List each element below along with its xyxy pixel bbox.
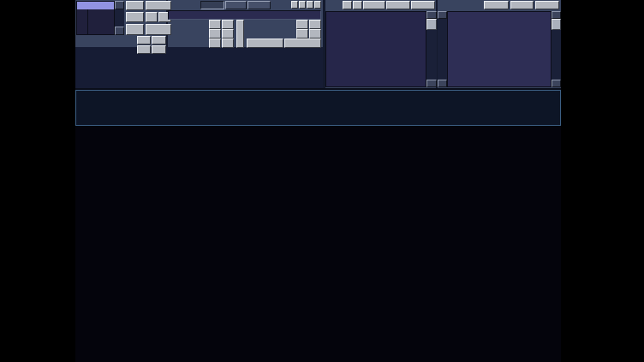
- repeat-plus-button[interactable]: [137, 45, 151, 54]
- scroll-down-icon[interactable]: [115, 27, 124, 35]
- sample-load-button[interactable]: [510, 1, 534, 9]
- order-ins-button[interactable]: [146, 1, 171, 10]
- title-mini-button-f[interactable]: [291, 1, 298, 9]
- pattern-editor: [75, 126, 561, 362]
- order-del-button[interactable]: [146, 24, 171, 35]
- tab-peak[interactable]: [247, 1, 271, 9]
- scroll-thumb[interactable]: [426, 19, 437, 30]
- scopes-panel: [75, 90, 561, 126]
- sample-list[interactable]: [447, 11, 552, 87]
- title-mini-button-h[interactable]: [307, 1, 313, 9]
- order-scrollbar[interactable]: [115, 1, 124, 35]
- scroll-up-icon[interactable]: [552, 11, 561, 19]
- add-plus-button[interactable]: [209, 39, 221, 48]
- bpm-minus-button[interactable]: [222, 20, 234, 29]
- len-plus-button[interactable]: [296, 29, 308, 39]
- patn-minus-button[interactable]: [309, 20, 321, 29]
- menu-background: [75, 47, 323, 88]
- instrument-scrollbar[interactable]: [426, 11, 437, 87]
- instrument-load-button[interactable]: [386, 1, 410, 9]
- instrument-plus-button[interactable]: [343, 1, 352, 9]
- scroll-up-icon[interactable]: [438, 11, 447, 19]
- title-mini-button-l[interactable]: [314, 1, 321, 9]
- tracker-window: [75, 0, 561, 362]
- scroll-down-icon[interactable]: [426, 80, 437, 87]
- top-section: [75, 0, 561, 88]
- song-title-input[interactable]: [168, 10, 321, 20]
- repeat-minus-button[interactable]: [152, 45, 166, 54]
- sample-save-button[interactable]: [535, 1, 559, 9]
- order-cln-button[interactable]: [126, 24, 144, 35]
- spd-plus-button[interactable]: [209, 29, 221, 39]
- instrument-zap-button[interactable]: [363, 1, 385, 9]
- bpm-plus-button[interactable]: [209, 20, 221, 29]
- length-plus-button[interactable]: [137, 36, 151, 45]
- order-eq-button[interactable]: [126, 1, 144, 10]
- expand-button[interactable]: [247, 39, 283, 48]
- order-list[interactable]: [76, 1, 115, 35]
- length-minus-button[interactable]: [152, 36, 166, 45]
- sample-clear-button[interactable]: [484, 1, 509, 9]
- flip-button[interactable]: [236, 20, 244, 48]
- add-minus-button[interactable]: [222, 39, 234, 48]
- scroll-down-icon[interactable]: [552, 80, 561, 87]
- sample-left-scrollbar[interactable]: [438, 11, 447, 87]
- scroll-up-icon[interactable]: [426, 11, 437, 19]
- order-list-entry[interactable]: [77, 2, 114, 9]
- sample-right-scrollbar[interactable]: [552, 11, 561, 87]
- title-mini-button-p[interactable]: [299, 1, 306, 9]
- order-seq-button[interactable]: [126, 12, 144, 22]
- spd-minus-button[interactable]: [222, 29, 234, 39]
- scroll-thumb[interactable]: [552, 19, 561, 30]
- order-plus-button[interactable]: [146, 12, 158, 22]
- scroll-down-icon[interactable]: [438, 80, 447, 87]
- scroll-up-icon[interactable]: [115, 1, 124, 9]
- patn-plus-button[interactable]: [296, 20, 308, 29]
- instrument-minus-button[interactable]: [353, 1, 362, 9]
- instrument-list[interactable]: [325, 11, 426, 87]
- screen: [0, 0, 644, 362]
- tab-title[interactable]: [200, 1, 224, 9]
- len-minus-button[interactable]: [309, 29, 321, 39]
- instrument-save-button[interactable]: [411, 1, 435, 9]
- instruments-panel: [325, 0, 437, 88]
- samples-panel: [438, 0, 561, 88]
- shrink-button[interactable]: [284, 39, 321, 48]
- tab-time[interactable]: [225, 1, 247, 9]
